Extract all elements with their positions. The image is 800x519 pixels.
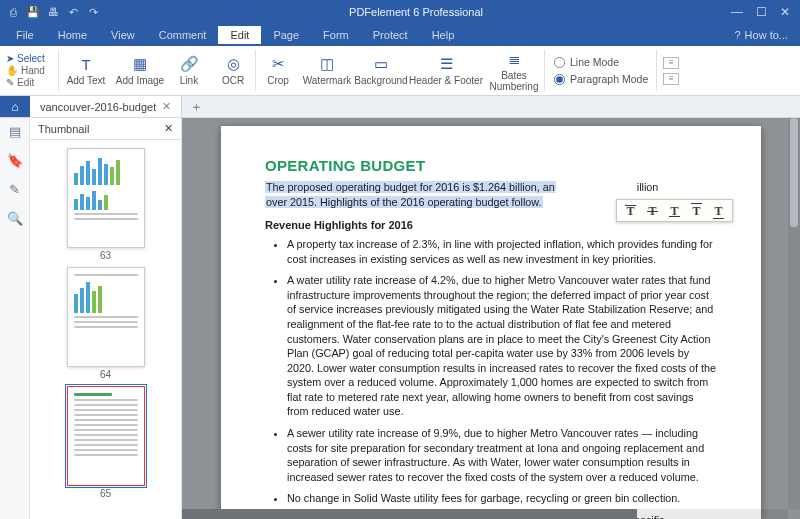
app-logo-icon: ⎙: [6, 5, 20, 19]
intro-line-1[interactable]: The proposed operating budget for 2016 i…: [265, 181, 556, 193]
document-page: OPERATING BUDGET The proposed operating …: [221, 126, 761, 519]
ribbon: ➤Select ✋Hand ✎Edit TAdd Text ▦Add Image…: [0, 46, 800, 96]
bullet-list: A property tax increase of 2.3%, in line…: [265, 237, 717, 519]
align-button-2[interactable]: ≡: [663, 73, 679, 85]
document-tabs: ⌂ vancouver-2016-budget ✕ ＋: [0, 96, 800, 118]
thumbnails-rail-icon[interactable]: ▤: [9, 124, 21, 139]
underline2-button[interactable]: T: [710, 203, 727, 218]
list-item: A sewer utility rate increase of 9.9%, d…: [287, 426, 717, 484]
edit-tool[interactable]: ✎Edit: [6, 77, 58, 88]
maximize-button[interactable]: ☐: [750, 3, 772, 21]
page-heading: OPERATING BUDGET: [265, 156, 717, 176]
print-icon[interactable]: 🖶: [46, 5, 60, 19]
menu-comment[interactable]: Comment: [147, 26, 219, 44]
hand-icon: ✋: [6, 65, 18, 76]
horizontal-scrollbar[interactable]: [182, 509, 788, 519]
link-icon: 🔗: [179, 55, 199, 73]
select-tool[interactable]: ➤Select: [6, 53, 58, 64]
redo-icon[interactable]: ↷: [86, 5, 100, 19]
menu-page[interactable]: Page: [261, 26, 311, 44]
thumbnail-panel: Thumbnail ✕ 63 64: [30, 118, 182, 519]
background-icon: ▭: [371, 55, 391, 73]
ocr-button[interactable]: ◎OCR: [211, 46, 255, 95]
home-tab[interactable]: ⌂: [0, 96, 30, 117]
crop-button[interactable]: ✂Crop: [256, 46, 300, 95]
crop-icon: ✂: [268, 55, 288, 73]
edit-icon: ✎: [6, 77, 14, 88]
thumbnail-title: Thumbnail: [38, 123, 89, 135]
thumbnail-64[interactable]: 64: [67, 267, 145, 380]
add-text-button[interactable]: TAdd Text: [59, 46, 113, 95]
tab-close-icon[interactable]: ✕: [162, 100, 171, 113]
app-title: PDFelement 6 Professional: [106, 6, 726, 18]
how-to-link[interactable]: ?How to...: [734, 29, 796, 41]
intro-line-2[interactable]: over 2015. Highlights of the 2016 operat…: [265, 196, 543, 208]
menu-protect[interactable]: Protect: [361, 26, 420, 44]
bates-button[interactable]: ≣Bates Numbering: [484, 46, 544, 95]
title-bar: ⎙ 💾 🖶 ↶ ↷ PDFelement 6 Professional — ☐ …: [0, 0, 800, 24]
workspace: ▤ 🔖 ✎ 🔍 Thumbnail ✕ 63: [0, 118, 800, 519]
image-icon: ▦: [130, 55, 150, 73]
vertical-scrollbar[interactable]: [788, 118, 800, 509]
menu-file[interactable]: File: [4, 26, 46, 44]
watermark-button[interactable]: ◫Watermark: [300, 46, 354, 95]
list-item: No change in Solid Waste utility fees fo…: [287, 491, 717, 506]
document-tab[interactable]: vancouver-2016-budget ✕: [30, 96, 182, 117]
side-rail: ▤ 🔖 ✎ 🔍: [0, 118, 30, 519]
tab-label: vancouver-2016-budget: [40, 101, 156, 113]
save-icon[interactable]: 💾: [26, 5, 40, 19]
text-style-toolbar: T T T T T: [616, 199, 733, 222]
hand-tool[interactable]: ✋Hand: [6, 65, 58, 76]
menu-home[interactable]: Home: [46, 26, 99, 44]
add-image-button[interactable]: ▦Add Image: [113, 46, 167, 95]
annotations-rail-icon[interactable]: ✎: [9, 182, 20, 197]
underline-button[interactable]: T: [666, 203, 683, 218]
minimize-button[interactable]: —: [726, 3, 748, 21]
align-button-1[interactable]: ≡: [663, 57, 679, 69]
overline-button[interactable]: T: [622, 203, 639, 218]
overline2-button[interactable]: T: [688, 203, 705, 218]
menu-edit[interactable]: Edit: [218, 26, 261, 44]
help-icon: ?: [734, 29, 740, 41]
undo-icon[interactable]: ↶: [66, 5, 80, 19]
menu-form[interactable]: Form: [311, 26, 361, 44]
watermark-icon: ◫: [317, 55, 337, 73]
ocr-icon: ◎: [223, 55, 243, 73]
thumbnail-close-icon[interactable]: ✕: [164, 122, 173, 135]
menu-bar: File Home View Comment Edit Page Form Pr…: [0, 24, 800, 46]
menu-help[interactable]: Help: [420, 26, 467, 44]
bates-icon: ≣: [504, 50, 524, 68]
cursor-icon: ➤: [6, 53, 14, 64]
strike-button[interactable]: T: [644, 203, 661, 218]
new-tab-button[interactable]: ＋: [182, 98, 211, 116]
paragraph-mode-radio[interactable]: Paragraph Mode: [553, 73, 648, 86]
header-footer-icon: ☰: [436, 55, 456, 73]
list-item: A water utility rate increase of 4.2%, d…: [287, 273, 717, 419]
search-rail-icon[interactable]: 🔍: [7, 211, 23, 226]
list-item: A property tax increase of 2.3%, in line…: [287, 237, 717, 266]
text-icon: T: [76, 55, 96, 73]
close-button[interactable]: ✕: [774, 3, 796, 21]
thumbnail-65[interactable]: 65: [67, 386, 145, 499]
document-viewport[interactable]: OPERATING BUDGET The proposed operating …: [182, 118, 800, 519]
home-icon: ⌂: [11, 100, 18, 114]
bookmarks-rail-icon[interactable]: 🔖: [7, 153, 23, 168]
thumbnail-63[interactable]: 63: [67, 148, 145, 261]
header-footer-button[interactable]: ☰Header & Footer: [408, 46, 484, 95]
menu-view[interactable]: View: [99, 26, 147, 44]
background-button[interactable]: ▭Background: [354, 46, 408, 95]
link-button[interactable]: 🔗Link: [167, 46, 211, 95]
line-mode-radio[interactable]: Line Mode: [553, 56, 648, 69]
